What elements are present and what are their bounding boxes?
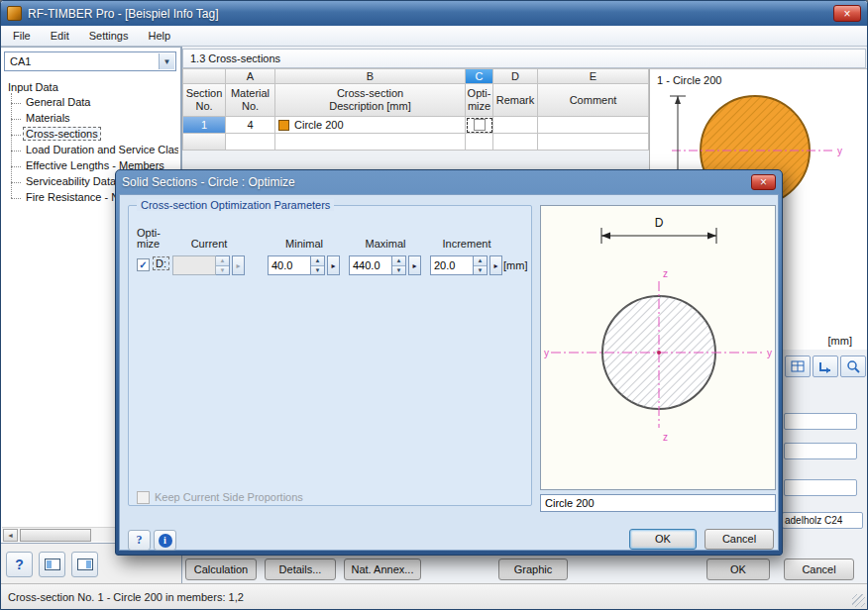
keep-proportions-checkbox[interactable] [137,491,150,504]
graphic-button[interactable]: Graphic [498,559,568,580]
menu-file[interactable]: File [3,26,41,46]
dialog-ok-button[interactable]: OK [629,529,697,550]
cell-material-no[interactable]: 4 [226,117,275,134]
navigator-toolbar: ? [6,552,98,577]
minimal-more-button[interactable]: ▸ [327,255,340,275]
row-header-1[interactable]: 1 [182,117,226,134]
column-letter-e[interactable]: E [538,68,649,84]
column-letter-b[interactable]: B [275,68,466,84]
optimize-checkbox[interactable] [474,119,486,131]
spin-up-icon[interactable]: ▲ [311,256,324,266]
info-field-2[interactable] [784,443,857,459]
cell-description[interactable]: Circle 200 [275,117,466,134]
header-line: Section [183,87,225,100]
info-field-1[interactable] [784,413,857,430]
toggle-panel-left-button[interactable] [39,552,65,577]
current-input[interactable] [172,255,216,275]
empty-cell[interactable] [466,134,493,151]
dialog-info-button[interactable]: i [154,530,176,551]
spin-up-icon[interactable]: ▲ [216,256,229,266]
info-field-3[interactable] [784,479,857,496]
calculation-button[interactable]: Calculation [185,559,257,580]
window-titlebar[interactable]: RF-TIMBER Pro - [Beispiel Info Tag] × [1,1,867,26]
help-button[interactable]: ? [6,552,33,577]
chevron-down-icon[interactable]: ▼ [159,53,174,69]
window-close-button[interactable]: × [833,5,861,22]
column-letter-c[interactable]: C [466,68,493,84]
application-window: RF-TIMBER Pro - [Beispiel Info Tag] × Fi… [0,0,868,610]
header-description: Cross-section Description [mm] [275,84,466,117]
dimension-toggle-button[interactable] [813,356,838,377]
details-button[interactable]: Details... [265,559,336,580]
section-diagram: D y y z z [541,206,775,489]
row-header-2[interactable] [182,134,226,151]
resize-grip[interactable] [852,594,865,607]
tree-item-load-duration[interactable]: Load Duration and Service Clas [5,143,178,158]
cell-optimize[interactable] [466,117,493,134]
scroll-left-icon[interactable]: ◄ [3,529,18,542]
header-line: Material [226,87,274,100]
main-ok-button[interactable]: OK [706,559,770,580]
column-letter-d[interactable]: D [493,68,538,84]
dialog-close-button[interactable]: × [751,174,776,190]
cell-remark[interactable] [493,117,538,134]
axis-y-label-left: y [544,348,549,358]
header-increment: Increment [430,238,503,250]
arrow-right-icon [707,233,716,240]
dialog-help-button[interactable]: ? [128,530,151,551]
menu-help[interactable]: Help [138,26,180,46]
scrollbar-thumb[interactable] [20,529,91,542]
increment-more-button[interactable]: ▸ [489,255,502,275]
tree-item-materials[interactable]: Materials [5,111,178,127]
empty-cell[interactable] [493,134,538,151]
spin-down-icon[interactable]: ▼ [474,266,487,275]
spinner-buttons: ▲▼ [474,255,488,275]
spin-up-icon[interactable]: ▲ [474,256,487,266]
header-remark: Remark [493,84,538,117]
tree-item-general-data[interactable]: General Data [5,95,178,111]
menu-settings[interactable]: Settings [79,26,139,46]
table-header-row: Section No. Material No. Cross-section D… [182,84,649,117]
maximal-input[interactable] [349,255,392,275]
header-line: No. [226,100,274,113]
current-more-button[interactable]: ▸ [232,255,245,275]
empty-cell[interactable] [538,134,649,151]
menu-edit[interactable]: Edit [41,26,79,46]
tree-item-cross-sections[interactable]: Cross-sections [5,127,178,143]
axis-y-label: y [837,146,842,156]
material-color-swatch [278,120,289,131]
increment-input[interactable] [430,255,474,275]
close-icon: × [760,176,767,188]
case-combobox[interactable]: CA1 ▼ [4,51,176,71]
header-comment: Comment [538,84,649,117]
table-corner-cell[interactable] [182,68,226,84]
empty-cell[interactable] [275,134,466,151]
dimension-icon [818,359,832,373]
spinner-buttons: ▲▼ [216,255,230,275]
cell-comment[interactable] [538,117,649,134]
tree-root-input-data[interactable]: Input Data [5,79,178,95]
nat-annex-button[interactable]: Nat. Annex... [344,559,421,580]
dialog-titlebar[interactable]: Solid Sections - Circle : Optimize × [119,170,779,194]
question-icon: ? [15,557,24,572]
dimension-label: D [655,216,664,230]
section-values-button[interactable] [785,356,811,377]
header-section-no: Section No. [182,84,226,117]
zoom-button[interactable] [840,356,866,377]
spin-down-icon[interactable]: ▼ [216,266,229,275]
maximal-more-button[interactable]: ▸ [408,255,421,275]
optimize-d-checkbox[interactable]: ✓ [137,258,150,271]
column-letter-a[interactable]: A [226,68,275,84]
toggle-panel-right-button[interactable] [71,552,98,577]
spin-down-icon[interactable]: ▼ [392,266,405,275]
minimal-input[interactable] [268,255,311,275]
dialog-cancel-button[interactable]: Cancel [705,529,774,550]
axis-z-label-top: z [663,268,668,279]
window-title: RF-TIMBER Pro - [Beispiel Info Tag] [28,7,219,21]
main-cancel-button[interactable]: Cancel [784,559,854,580]
spin-up-icon[interactable]: ▲ [392,256,405,266]
section-name-field[interactable] [540,494,776,512]
empty-cell[interactable] [226,134,275,151]
spin-down-icon[interactable]: ▼ [311,266,324,275]
material-field[interactable]: adelholz C24 [782,512,863,529]
